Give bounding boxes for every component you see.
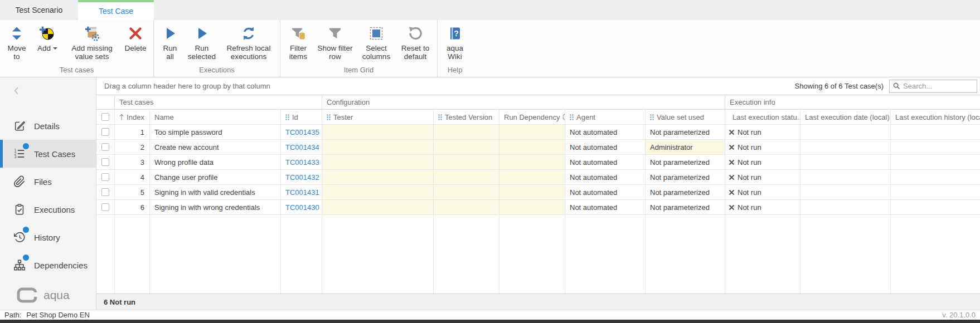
tested-version-cell[interactable] (434, 170, 499, 185)
move-to-button[interactable]: Move to (3, 23, 30, 62)
band-empty (96, 95, 115, 110)
add-button[interactable]: Add (32, 23, 63, 54)
refresh-icon (241, 25, 256, 42)
svg-text:?: ? (454, 29, 459, 38)
id-link[interactable]: TC001430 (281, 200, 322, 215)
ribbon-group-executions: Run all Run selected (154, 20, 280, 77)
tab-test-scenario[interactable]: Test Scenario (0, 0, 78, 20)
tester-cell[interactable] (322, 155, 434, 170)
column-header-last-execution-history[interactable]: Last execution history (local) (891, 110, 980, 125)
run-dependency-cell[interactable] (499, 155, 565, 170)
sidebar-item-dependencies[interactable]: Dependencies (0, 251, 96, 279)
id-link[interactable]: TC001431 (281, 185, 322, 200)
group-label-help: Help (441, 65, 469, 77)
sidebar-item-details[interactable]: Details (0, 112, 96, 140)
tested-version-cell[interactable] (434, 200, 499, 215)
column-header-last-execution-date[interactable]: Last execution date (local) (801, 110, 891, 125)
column-header-index[interactable]: Index (115, 110, 150, 125)
tester-cell[interactable] (322, 200, 434, 215)
chevron-left-icon (11, 85, 22, 96)
sidebar-item-history[interactable]: History (0, 223, 96, 251)
index-cell: 6 (115, 200, 150, 215)
name-cell[interactable]: Create new account (150, 140, 281, 155)
row-checkbox[interactable] (101, 203, 109, 211)
column-header-last-execution-status[interactable]: Last execution statu... (725, 110, 801, 125)
id-link[interactable]: TC001434 (281, 140, 322, 155)
row-checkbox[interactable] (101, 158, 109, 166)
refresh-local-executions-button[interactable]: Refresh local executions (221, 23, 276, 62)
run-selected-button[interactable]: Run selected (185, 23, 219, 62)
row-checkbox[interactable] (101, 143, 109, 151)
tester-cell[interactable] (322, 140, 434, 155)
add-missing-value-sets-button[interactable]: Add missing value sets (65, 23, 119, 62)
sidebar-collapse-button[interactable] (0, 77, 96, 104)
version-text: v. 20.1.0.0 (942, 311, 976, 319)
row-checkbox[interactable] (101, 173, 109, 181)
delete-button[interactable]: Delete (121, 23, 150, 54)
select-all-checkbox[interactable] (101, 113, 109, 121)
clipboard-check-icon (13, 203, 26, 216)
group-by-bar[interactable]: Drag a column header here to group by th… (96, 77, 980, 95)
column-header-tester[interactable]: Tester (322, 110, 434, 125)
column-header-id[interactable]: Id (281, 110, 322, 125)
tested-version-cell[interactable] (434, 185, 499, 200)
row-checkbox[interactable] (101, 188, 109, 196)
sidebar-item-test-cases[interactable]: 123 Test Cases (0, 140, 96, 168)
select-all-checkbox-cell[interactable] (96, 110, 115, 125)
row-checkbox-cell[interactable] (96, 200, 115, 215)
show-filter-row-button[interactable]: Show filter row (314, 23, 356, 62)
run-dependency-cell[interactable] (499, 140, 565, 155)
tested-version-cell[interactable] (434, 155, 499, 170)
filter-items-icon (290, 25, 306, 42)
column-header-agent[interactable]: Agent (565, 110, 646, 125)
aqua-wiki-button[interactable]: ? aqua Wiki (441, 23, 469, 62)
ribbon-group-item-grid: Filter items Show filter row Se (280, 20, 438, 77)
tester-cell[interactable] (322, 170, 434, 185)
name-cell[interactable]: Change user profile (150, 170, 281, 185)
tested-version-cell[interactable] (434, 140, 499, 155)
id-link[interactable]: TC001435 (281, 125, 322, 140)
run-dependency-cell[interactable] (499, 185, 565, 200)
run-dependency-cell[interactable] (499, 170, 565, 185)
aqua-app-window: Test Scenario Test Case Move to (0, 0, 980, 323)
last-exec-history-cell (891, 170, 980, 185)
column-header-tested-version[interactable]: Tested Version (434, 110, 499, 125)
run-dependency-cell[interactable] (499, 200, 565, 215)
group-label-executions: Executions (157, 65, 276, 77)
sidebar-item-files[interactable]: Files (0, 168, 96, 195)
sidebar-item-executions[interactable]: Executions (0, 195, 96, 223)
edit-icon (13, 119, 26, 133)
column-header-run-dependency[interactable]: Run Dependency ? (499, 110, 565, 125)
row-checkbox-cell[interactable] (96, 185, 115, 200)
tester-cell[interactable] (322, 125, 434, 140)
filter-items-button[interactable]: Filter items (284, 23, 313, 62)
search-icon (893, 82, 900, 90)
name-cell[interactable]: Wrong profile data (150, 155, 281, 170)
run-selected-icon (195, 25, 209, 42)
tested-version-cell[interactable] (434, 125, 499, 140)
name-cell[interactable]: Signing in with wrong credentials (150, 200, 281, 215)
run-all-button[interactable]: Run all (157, 23, 183, 62)
aqua-logo-text: aqua (43, 288, 70, 302)
id-link[interactable]: TC001432 (281, 170, 322, 185)
move-to-icon (9, 25, 25, 42)
row-checkbox-cell[interactable] (96, 125, 115, 140)
row-checkbox-cell[interactable] (96, 140, 115, 155)
column-header-value-set-used[interactable]: Value set used (646, 110, 725, 125)
search-input[interactable] (903, 82, 964, 90)
row-checkbox-cell[interactable] (96, 170, 115, 185)
last-exec-date-cell (801, 125, 891, 140)
search-box[interactable] (889, 80, 977, 93)
id-link[interactable]: TC001433 (281, 155, 322, 170)
last-exec-date-cell (801, 185, 891, 200)
name-cell[interactable]: Signing in with valid credentials (150, 185, 281, 200)
tab-test-case[interactable]: Test Case (78, 0, 154, 20)
select-columns-button[interactable]: Select columns (357, 23, 395, 62)
row-checkbox[interactable] (101, 128, 109, 136)
name-cell[interactable]: Too simple password (150, 125, 281, 140)
column-header-name[interactable]: Name (150, 110, 281, 125)
tester-cell[interactable] (322, 185, 434, 200)
reset-to-default-button[interactable]: Reset to default (397, 23, 434, 62)
row-checkbox-cell[interactable] (96, 155, 115, 170)
run-dependency-cell[interactable] (499, 125, 565, 140)
